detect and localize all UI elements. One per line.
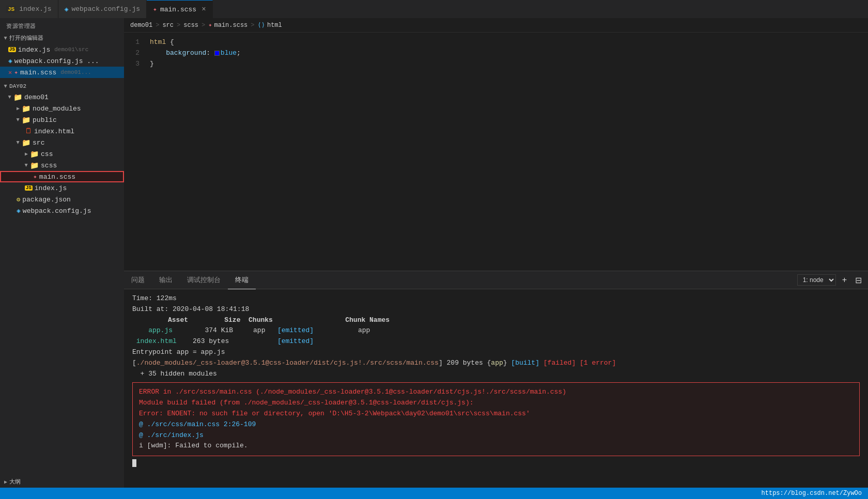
terminal-line-appjs: app.js 374 KiB app [emitted] app <box>132 325 860 336</box>
error-text-2: Module build failed (from ./node_modules… <box>139 399 474 407</box>
tree-label-webpack-config: webpack.config.js <box>23 207 91 215</box>
breadcrumb-sep-2: > <box>177 22 180 29</box>
folder-icon-public: 📁 <box>22 116 30 124</box>
tree-item-index-html[interactable]: 🗒 index.html <box>0 126 124 137</box>
terminal-line-entrypoint: Entrypoint app = app.js <box>132 347 860 358</box>
folder-icon-node-modules: 📁 <box>22 104 30 113</box>
indexhtml-text: index.html <box>132 337 177 345</box>
status-url: https://blog.csdn.net/ZywOo <box>762 490 862 497</box>
tree-item-node-modules[interactable]: ▶ 📁 node_modules <box>0 103 124 114</box>
html-file-icon: 🗒 <box>25 127 32 135</box>
bundle-errors: [1 error] <box>580 359 616 367</box>
error-link-2: @ ./src/index.js <box>139 431 204 439</box>
terminal-panel-button[interactable]: ⊟ <box>853 275 864 285</box>
tree-item-public[interactable]: ▶ 📁 public <box>0 114 124 126</box>
line-number-3: 3 <box>129 60 150 68</box>
error-line-5: @ ./src/index.js <box>139 430 853 441</box>
tree-label-main-scss: main.scss <box>39 173 75 181</box>
tree-label-src-index-js: index.js <box>35 184 67 192</box>
open-editors-section[interactable]: ▶ 打开的编辑器 <box>0 32 124 44</box>
bundle-failed: [failed] <box>544 359 576 367</box>
terminal-add-button[interactable]: + <box>840 275 849 285</box>
error-text-3: Error: ENOENT: no such file or directory… <box>139 410 530 417</box>
line-content-1: html { <box>150 38 174 46</box>
tree-item-scss[interactable]: ▶ 📁 scss <box>0 160 124 171</box>
folder-icon-css: 📁 <box>30 150 39 159</box>
tab-index-js[interactable]: JS index.js <box>0 0 58 18</box>
js-icon: JS <box>6 6 16 13</box>
js-tree-icon: JS <box>25 185 33 191</box>
tree-item-src-index-js[interactable]: JS index.js <box>0 182 124 194</box>
tree-label-scss: scss <box>41 162 57 169</box>
terminal-line-time: Time: 122ms <box>132 293 860 304</box>
scss-tree-icon: ✦ <box>33 173 37 181</box>
tree-item-css[interactable]: ▶ 📁 css <box>0 148 124 160</box>
tree-label-demo01: demo01 <box>24 93 49 101</box>
breadcrumb-sep-1: > <box>156 22 159 29</box>
error-line-3: Error: ENOENT: no such file or directory… <box>139 409 853 419</box>
bundle-app: app <box>491 359 503 367</box>
line-content-3: } <box>150 60 154 68</box>
open-editor-label-webpack: webpack.config.js ... <box>14 57 99 65</box>
breadcrumb-html: ⟨⟩ html <box>258 21 282 29</box>
close-tab-main-scss[interactable]: × <box>202 5 206 13</box>
src-chevron: ▶ <box>15 141 21 144</box>
tree-item-demo01[interactable]: ▶ 📁 demo01 <box>0 91 124 103</box>
tab-problems[interactable]: 问题 <box>124 271 152 289</box>
entrypoint-text: Entrypoint app = app.js <box>132 348 225 356</box>
line-number-2: 2 <box>129 49 150 57</box>
tree-item-webpack-config[interactable]: ◈ webpack.config.js <box>0 205 124 216</box>
tab-label-main-scss: main.scss <box>160 6 196 13</box>
outline-chevron: ▶ <box>4 479 7 485</box>
terminal-line-builtat: Built at: 2020-04-08 18:41:18 <box>132 304 860 315</box>
appjs-name: app <box>318 326 370 334</box>
terminal-content[interactable]: Time: 122ms Built at: 2020-04-08 18:41:1… <box>124 289 868 488</box>
public-chevron: ▶ <box>15 118 21 121</box>
sidebar-header: 资源管理器 <box>0 18 124 32</box>
kw-brace-close: } <box>150 60 154 68</box>
tree-item-src[interactable]: ▶ 📁 src <box>0 137 124 148</box>
code-editor[interactable]: 1 html { 2 background: blue; 3 } <box>124 33 868 271</box>
tree-label-public: public <box>33 116 57 124</box>
open-editors-label: 打开的编辑器 <box>9 34 43 42</box>
open-editor-label-index-js: index.js <box>18 46 50 54</box>
tree-item-main-scss[interactable]: ✦ main.scss <box>0 171 124 182</box>
time-text: Time: 122ms <box>132 294 177 302</box>
json-tree-icon: ⚙ <box>17 196 20 204</box>
error-link-1: @ ./src/css/main.css 2:26-109 <box>139 420 256 428</box>
node-modules-chevron: ▶ <box>17 105 20 112</box>
open-editor-index-js[interactable]: JS index.js demo01\src <box>0 44 124 55</box>
kw-colon: : <box>206 49 214 57</box>
open-editor-webpack[interactable]: ◈ webpack.config.js ... <box>0 55 124 67</box>
folder-icon-src: 📁 <box>22 138 30 147</box>
tab-label-webpack-config: webpack.config.js <box>71 5 140 13</box>
terminal-tab-actions: 1: node + ⊟ <box>797 274 868 286</box>
tab-webpack-config[interactable]: ◈ webpack.config.js <box>58 0 147 18</box>
breadcrumb-sep-4: > <box>251 22 254 29</box>
indexhtml-emitted: [emitted] <box>277 337 314 345</box>
error-text-1: ERROR in ./src/scss/main.css (./node_mod… <box>139 388 566 396</box>
terminal-select[interactable]: 1: node <box>797 274 836 286</box>
tab-debug-console[interactable]: 调试控制台 <box>180 271 228 289</box>
kw-brace-open: { <box>170 38 174 46</box>
tab-main-scss[interactable]: ✦ main.scss × <box>147 0 212 18</box>
tab-terminal[interactable]: 终端 <box>228 271 256 289</box>
tree-label-index-html: index.html <box>34 128 74 135</box>
folder-icon-demo01: 📁 <box>13 93 22 102</box>
day02-label: DAY02 <box>9 83 26 89</box>
status-bar: https://blog.csdn.net/ZywOo <box>0 488 868 499</box>
day02-section[interactable]: ▶ DAY02 <box>0 81 124 91</box>
outline-section[interactable]: ▶ 大纲 <box>0 476 124 488</box>
open-editor-main-scss[interactable]: ✕ ✦ main.scss demo01... <box>0 67 124 78</box>
error-text-6: i [wdm]: Failed to compile. <box>139 442 248 449</box>
close-icon[interactable]: ✕ <box>8 69 12 76</box>
breadcrumb-html-icon: ⟨⟩ <box>258 21 265 29</box>
tab-problems-label: 问题 <box>131 275 145 285</box>
kw-semicolon: ; <box>237 49 241 57</box>
open-editor-path-index-js: demo01\src <box>54 46 88 53</box>
error-line-4: @ ./src/css/main.css 2:26-109 <box>139 419 853 430</box>
terminal-line-hidden: + 35 hidden modules <box>132 369 860 380</box>
tree-item-package-json[interactable]: ⚙ package.json <box>0 194 124 205</box>
sidebar-spacer <box>0 216 124 476</box>
tab-output[interactable]: 输出 <box>152 271 180 289</box>
